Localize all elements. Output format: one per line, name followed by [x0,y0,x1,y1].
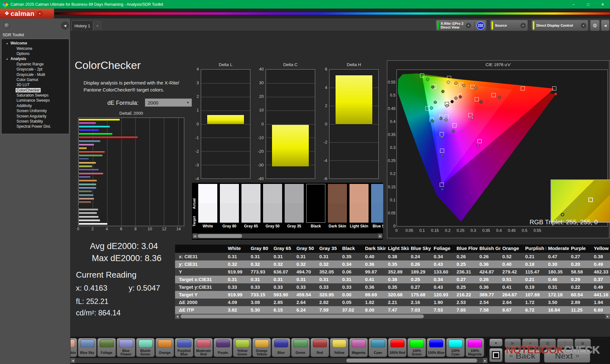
swatch-gray-65[interactable] [241,184,261,223]
patch-button-blue-sky[interactable]: Blue Sky [78,338,97,357]
patch-button-100-blue[interactable]: 100% Blue [427,338,445,357]
patch-button-foliage[interactable]: Foliage [97,338,116,357]
sidebar-item-screen-angularity[interactable]: Screen Angularity [2,113,69,118]
gridline [266,97,315,97]
sidebar-item-analysis[interactable]: Analysis [2,56,69,61]
sidebar-item-colorchecker[interactable]: ColorChecker [2,88,69,93]
table-cell: 4.09 [226,299,249,306]
scrollbar-thumb[interactable] [346,359,477,362]
patch-button-purplish-blue[interactable]: Purplish Blue [175,338,193,357]
table-cell: 279.42 [500,268,523,276]
toolbar-icon-button-4[interactable]: ♡ [557,339,573,348]
sidebar-item-grayscale-multi[interactable]: Grayscale - Multi [2,72,69,77]
scroll-right-icon[interactable]: ▶ [483,358,487,363]
sidebar-radio-icon[interactable] [4,23,10,29]
chevron-down-icon[interactable]: ▼ [520,23,526,28]
table-cell: 919.99 [226,268,249,276]
sidebar-item-welcome[interactable]: Welcome [2,41,69,46]
patch-button-orange-yellow[interactable]: Orange Yellow [252,338,271,357]
swatch-gray-80[interactable] [220,184,239,223]
sidebar-item-grayscale-2pt[interactable]: Grayscale - 2pt [2,67,69,72]
chevron-down-icon[interactable]: ▼ [581,23,586,28]
scroll-up-button[interactable]: ▲ [489,339,503,347]
patch-button-light-skin[interactable]: Light Skin [71,338,77,357]
bar-row [78,205,184,207]
patch-button-magenta[interactable]: Magenta [349,338,368,357]
tree-expander-icon[interactable] [6,43,8,44]
patch-button-red[interactable]: Red [310,338,329,357]
table-scrollbar[interactable]: ◀ ▶ [175,314,610,319]
patch-button-100-red[interactable]: 100% Red [388,338,407,357]
scroll-left-icon[interactable]: ◀ [71,358,75,363]
axis-tick-label: -1 [189,135,199,140]
sidebar-item-luminance-sweeps[interactable]: Luminance Sweeps [2,98,69,103]
patch-button-purple[interactable]: Purple [214,338,232,357]
swatch-gray-50[interactable] [263,184,282,223]
minimize-button[interactable]: – [566,0,581,9]
scroll-left-icon[interactable]: ◀ [175,314,180,319]
source-selector[interactable]: Source ▼ [490,20,528,31]
scrollbar-thumb[interactable] [198,234,242,238]
swatch-gray-35[interactable] [285,184,304,223]
add-tab-button[interactable]: + [93,21,101,30]
sidebar-item-saturation-sweeps[interactable]: Saturation Sweeps [2,93,69,98]
meter-selector[interactable]: X-Rite i1Pro 2 Direct View ▼ 232 [436,20,487,31]
maximize-button[interactable]: □ [581,0,595,9]
chevron-down-icon[interactable]: ▼ [466,23,471,28]
toolbar-icon-button-3[interactable]: ▦ [539,339,556,348]
table-row--e-2000: ΔE 20004.093.082.852.642.820.051.822.212… [175,299,610,306]
calman-menu-button[interactable]: ❖ calman ▼ [0,9,54,18]
collapse-panel-button[interactable]: ◀ [601,20,610,31]
scrollbar-thumb[interactable] [180,314,424,318]
patch-button-blue[interactable]: Blue [272,338,290,357]
sidebar-collapse-button[interactable]: ◀ [61,22,69,30]
patch-button-orange[interactable]: Orange [155,338,174,357]
sidebar-item-color-gamut[interactable]: Color Gamut [2,77,69,82]
close-button[interactable]: ✕ [595,0,610,9]
toolbar-icon-button-1[interactable]: ▶ [505,339,521,348]
scroll-left-icon[interactable]: ◀ [193,233,197,239]
sidebar-item-screen-uniformity[interactable]: Screen Uniformity [2,108,69,113]
row-label: Y [175,268,226,276]
patch-button-100-yellow[interactable]: 100% Yellow [485,338,487,357]
swatch-scrollbar[interactable]: ◀ ▶ [193,233,383,239]
sidebar-item-welcome[interactable]: Welcome [2,46,69,51]
sidebar-item-screen-stability[interactable]: Screen Stability [2,119,69,124]
settings-button[interactable]: ⚙ [590,20,600,31]
scroll-right-icon[interactable]: ▶ [378,233,383,239]
patch-button-yellow-green[interactable]: Yellow Green [233,338,252,357]
back-button[interactable]: « Back [505,349,540,363]
patch-button-moderate-red[interactable]: Moderate Red [194,338,213,357]
sidebar-item-dynamic-range[interactable]: Dynamic Range [2,62,69,67]
chevron-down-icon[interactable]: ▼ [37,11,43,16]
patch-button-bluish-green[interactable]: Bluish Green [136,338,155,357]
toolbar-icon-button-2[interactable]: ● [522,339,539,348]
swatch-blue-sky[interactable] [371,184,383,223]
column-header-light-skin: Light Skin [386,245,409,253]
tab-history-1[interactable]: History 1 [71,20,93,31]
patch-button-100-green[interactable]: 100% Green [407,338,426,357]
swatch-black[interactable] [306,184,325,223]
patch-button-cyan[interactable]: Cyan [369,338,387,357]
tree-expander-icon[interactable] [6,58,8,60]
toolbar-icon-button-5[interactable]: ◼ [574,339,591,348]
patch-button-blue-flower[interactable]: Blue Flower [117,338,135,357]
scroll-right-icon[interactable]: ▶ [606,314,610,319]
next-button[interactable]: Next » [544,349,590,363]
patch-button-yellow[interactable]: Yellow [330,338,349,357]
patch-button-100-magenta[interactable]: 100% Magenta [465,338,484,357]
swatch-dark-skin[interactable] [328,184,347,223]
de-formula-select[interactable]: 2000 ▼ [145,98,192,107]
patch-button-green[interactable]: Green [291,338,310,357]
axis-tick-label: 0.5 [387,93,396,98]
swatch-light-skin[interactable] [349,184,369,223]
patch-button-100-cyan[interactable]: 100% Cyan [446,338,465,357]
swatch-white[interactable] [198,184,217,223]
sidebar-item-3d-lut[interactable]: 3D LUT [2,82,69,87]
toolbar-scrollbar[interactable]: ◀ ▶ [71,358,487,363]
sidebar-item-additivity[interactable]: Additivity [2,103,69,108]
display-control-selector[interactable]: Direct Display Control ▼ [531,20,588,31]
sidebar-item-options[interactable]: Options [2,51,69,56]
stop-button[interactable] [489,348,503,362]
sidebar-item-spectral-power-dist-[interactable]: Spectral Power Dist. [2,124,69,129]
